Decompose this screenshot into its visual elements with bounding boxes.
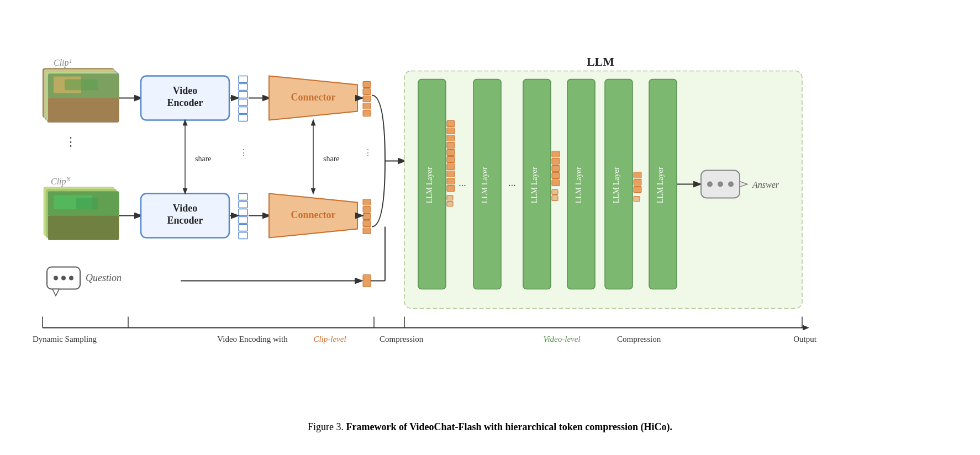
- svg-rect-92: [447, 142, 455, 149]
- svg-rect-93: [447, 150, 455, 156]
- svg-rect-65: [363, 110, 371, 117]
- svg-rect-120: [634, 187, 641, 193]
- svg-text:Encoder: Encoder: [167, 215, 203, 226]
- svg-rect-62: [363, 89, 371, 95]
- svg-rect-64: [363, 103, 371, 109]
- svg-rect-61: [363, 82, 371, 88]
- svg-text:LLM Layer: LLM Layer: [612, 167, 620, 203]
- svg-text:share: share: [195, 155, 212, 163]
- svg-rect-91: [447, 135, 455, 141]
- caption-prefix: Figure 3.: [308, 421, 346, 432]
- svg-rect-108: [552, 158, 560, 165]
- svg-rect-94: [447, 157, 455, 163]
- svg-text:Video Encoding with: Video Encoding with: [217, 335, 288, 343]
- svg-rect-109: [552, 166, 560, 172]
- main-container: Clip 1: [20, 18, 960, 437]
- svg-rect-67: [363, 207, 371, 213]
- svg-text:···: ···: [508, 180, 516, 191]
- svg-rect-69: [363, 221, 371, 227]
- svg-text:Clip: Clip: [54, 58, 69, 68]
- svg-text:Video-level: Video-level: [543, 335, 580, 343]
- diagram-svg: Clip 1: [20, 18, 960, 417]
- svg-rect-11: [48, 98, 119, 123]
- svg-text:Video: Video: [173, 85, 197, 96]
- svg-rect-119: [634, 179, 641, 186]
- svg-point-77: [69, 276, 73, 281]
- svg-text:LLM Layer: LLM Layer: [425, 167, 434, 203]
- svg-text:1: 1: [69, 57, 72, 64]
- svg-point-76: [61, 276, 66, 281]
- svg-text:Compression: Compression: [380, 335, 424, 343]
- svg-rect-98: [447, 186, 455, 192]
- svg-text:LLM: LLM: [587, 55, 614, 68]
- svg-rect-110: [552, 173, 560, 179]
- svg-rect-23: [76, 198, 98, 209]
- svg-rect-111: [552, 180, 560, 186]
- svg-text:LLM Layer: LLM Layer: [575, 167, 583, 203]
- svg-rect-99: [447, 195, 453, 200]
- svg-rect-118: [634, 172, 641, 178]
- svg-text:N: N: [66, 176, 71, 182]
- svg-text:share: share: [323, 155, 340, 163]
- svg-rect-112: [552, 190, 558, 195]
- svg-text:Output: Output: [793, 335, 817, 343]
- svg-text:⋮: ⋮: [239, 148, 248, 157]
- svg-rect-95: [447, 164, 455, 170]
- svg-rect-121: [634, 197, 640, 202]
- svg-text:Encoder: Encoder: [167, 97, 203, 108]
- svg-text:Clip-level: Clip-level: [313, 335, 346, 343]
- svg-text:⋮: ⋮: [65, 135, 77, 149]
- svg-rect-97: [447, 178, 455, 184]
- svg-text:Dynamic Sampling: Dynamic Sampling: [33, 335, 97, 343]
- diagram-area: Clip 1: [20, 18, 960, 417]
- svg-text:Connector: Connector: [291, 209, 336, 220]
- svg-rect-66: [363, 199, 371, 205]
- svg-text:LLM Layer: LLM Layer: [656, 167, 665, 203]
- svg-text:LLM Layer: LLM Layer: [481, 167, 489, 203]
- svg-text:Answer: Answer: [752, 180, 779, 189]
- svg-rect-89: [447, 121, 455, 127]
- svg-point-128: [728, 182, 734, 187]
- svg-text:⋮: ⋮: [363, 148, 372, 157]
- caption-bold: Framework of VideoChat-Flash with hierar…: [346, 421, 672, 432]
- svg-rect-68: [363, 214, 371, 220]
- svg-rect-107: [552, 151, 560, 157]
- svg-text:Compression: Compression: [617, 335, 661, 343]
- svg-point-75: [54, 276, 58, 281]
- svg-text:LLM Layer: LLM Layer: [530, 167, 539, 203]
- svg-text:Video: Video: [173, 203, 197, 214]
- svg-rect-70: [363, 228, 371, 234]
- svg-rect-13: [65, 80, 98, 91]
- svg-rect-90: [447, 128, 455, 134]
- svg-rect-100: [447, 202, 453, 207]
- svg-text:Question: Question: [86, 272, 122, 283]
- svg-text:Clip: Clip: [51, 177, 66, 187]
- svg-text:Connector: Connector: [291, 92, 336, 103]
- figure-caption: Figure 3. Framework of VideoChat-Flash w…: [308, 421, 672, 437]
- svg-rect-113: [552, 196, 558, 201]
- svg-point-127: [718, 182, 723, 187]
- svg-point-126: [707, 182, 713, 187]
- svg-text:···: ···: [459, 180, 466, 191]
- svg-rect-63: [363, 96, 371, 102]
- svg-rect-96: [447, 171, 455, 177]
- svg-rect-21: [48, 216, 119, 240]
- svg-rect-81: [363, 275, 371, 287]
